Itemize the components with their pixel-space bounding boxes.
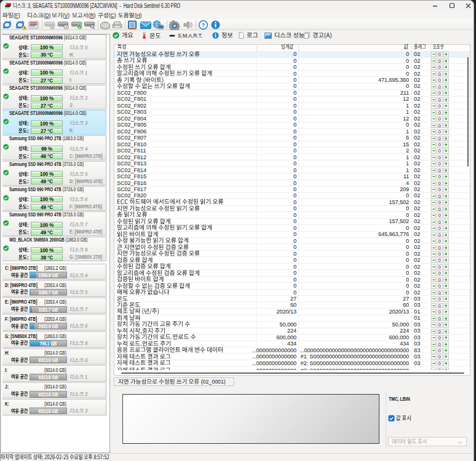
svg-text:?: ?: [202, 22, 205, 28]
